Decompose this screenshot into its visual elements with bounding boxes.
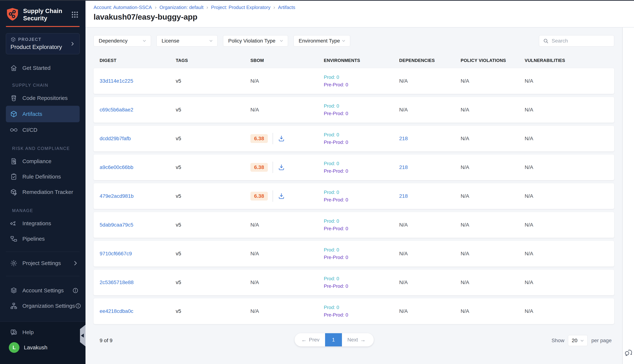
project-name: Product Exploratory xyxy=(11,44,76,50)
filter-environment-type[interactable]: Environment Type xyxy=(293,35,350,46)
environments-cell: Prod: 0 Pre-Prod: 0 xyxy=(324,103,399,116)
environments-cell: Prod: 0 Pre-Prod: 0 xyxy=(324,190,399,203)
search-input[interactable] xyxy=(552,38,611,44)
digest-link[interactable]: 33d114e1c225 xyxy=(100,78,133,84)
page-size-select[interactable]: 20 xyxy=(568,335,587,346)
environments-cell: Prod: 0 Pre-Prod: 0 xyxy=(324,161,399,174)
divider xyxy=(273,162,273,173)
prod-count: Prod: 0 xyxy=(324,103,399,109)
breadcrumb-link-artifacts[interactable]: Artifacts xyxy=(278,4,295,10)
preprod-count: Pre-Prod: 0 xyxy=(324,168,399,174)
filter-policy-violation-type[interactable]: Policy Violation Type xyxy=(223,35,288,46)
layers-gear-icon xyxy=(10,287,18,294)
sidebar-item-help[interactable]: Help xyxy=(0,326,86,339)
pagination-prev-button[interactable]: ←Prev xyxy=(295,333,325,346)
policy-violations-value: N/A xyxy=(461,251,525,256)
digest-link[interactable]: 479e2acd981b xyxy=(100,193,134,199)
project-label: PROJECT xyxy=(18,37,42,42)
dependencies-link[interactable]: 218 xyxy=(399,136,408,141)
sidebar-item-project-settings[interactable]: Project Settings xyxy=(0,256,86,271)
pagination-row: 9 of 9 ←Prev 1 Next→ Show 20 per page xyxy=(94,333,614,348)
column-header-dependencies: DEPENDENCIES xyxy=(399,58,461,63)
digest-link[interactable]: 5dab9caa79c5 xyxy=(100,222,133,228)
dependencies-link[interactable]: 218 xyxy=(399,164,408,170)
sidebar-item-compliance[interactable]: Compliance xyxy=(0,154,86,169)
app-switcher-grid-icon[interactable] xyxy=(71,11,79,19)
artifacts-table: DIGESTTAGSSBOMENVIRONMENTSDEPENDENCIESPO… xyxy=(94,58,614,324)
download-sbom-button[interactable] xyxy=(278,164,285,171)
chevron-down-icon xyxy=(279,38,284,43)
page-size-control: Show 20 per page xyxy=(551,335,612,346)
search-box[interactable] xyxy=(539,35,614,46)
table-row: 2c5365718e88 v5 N/A Prod: 0 Pre-Prod: 0 … xyxy=(94,270,614,295)
main-area: Account: Automation-SSCA›Organization: d… xyxy=(86,0,634,364)
help-chat-icon xyxy=(10,328,18,336)
breadcrumb-link-project-product-exploratory[interactable]: Project: Product Exploratory xyxy=(211,4,270,10)
sidebar-item-integrations[interactable]: Integrations xyxy=(0,216,86,231)
policy-violations-value: N/A xyxy=(461,280,525,285)
tag-value: v5 xyxy=(176,136,250,142)
digest-link[interactable]: dcdd29b7fafb xyxy=(100,136,131,141)
pagination-page-1-button[interactable]: 1 xyxy=(325,333,342,346)
chevron-right-icon xyxy=(72,260,79,266)
sidebar-item-rule-definitions[interactable]: Rule Definitions xyxy=(0,169,86,184)
prod-count: Prod: 0 xyxy=(324,218,399,224)
project-cube-icon xyxy=(11,37,16,42)
column-header-vulnerabilities: VULNERABILITIES xyxy=(525,58,614,63)
tag-value: v5 xyxy=(176,222,250,228)
pagination-next-button[interactable]: Next→ xyxy=(342,333,374,346)
chevron-down-icon xyxy=(341,38,346,43)
column-header-policy-violations: POLICY VIOLATIONS xyxy=(461,58,525,63)
project-selector[interactable]: PROJECT Product Exploratory xyxy=(6,33,80,54)
digest-link[interactable]: 9710cf6667c9 xyxy=(100,251,132,256)
filter-license[interactable]: License xyxy=(156,35,218,46)
environments-cell: Prod: 0 Pre-Prod: 0 xyxy=(324,276,399,289)
repo-icon xyxy=(10,94,18,102)
sidebar-item-account-settings[interactable]: Account Settings xyxy=(0,283,86,298)
digest-link[interactable]: 2c5365718e88 xyxy=(100,280,134,285)
divider xyxy=(6,276,80,276)
sbom-score-badge: 6.38 xyxy=(250,134,268,143)
dependencies-link[interactable]: 218 xyxy=(399,193,408,199)
policy-violations-value: N/A xyxy=(461,193,525,199)
download-sbom-button[interactable] xyxy=(278,192,285,200)
breadcrumb-link-organization-default[interactable]: Organization: default xyxy=(159,4,203,10)
sidebar-item-artifacts[interactable]: Artifacts xyxy=(6,106,80,122)
download-sbom-button[interactable] xyxy=(278,135,285,142)
digest-link[interactable]: ee4218cdba0c xyxy=(100,308,133,314)
policy-violations-value: N/A xyxy=(461,222,525,228)
sidebar-item-get-started[interactable]: Get Started xyxy=(0,62,86,74)
digest-link[interactable]: c69c5b6a8ae2 xyxy=(100,107,133,112)
sbom-na: N/A xyxy=(250,78,259,84)
sidebar-footer: Help L Lavakush xyxy=(0,322,86,364)
dependencies-na: N/A xyxy=(399,280,408,285)
page-title: lavakush07/easy-buggy-app xyxy=(94,12,634,22)
digest-link[interactable]: a9c6e00c66bb xyxy=(100,164,133,170)
policy-violations-value: N/A xyxy=(461,164,525,170)
vulnerabilities-value: N/A xyxy=(525,308,614,314)
tag-value: v5 xyxy=(176,251,250,256)
column-header-digest: DIGEST xyxy=(100,58,176,63)
tag-value: v5 xyxy=(176,308,250,314)
environments-cell: Prod: 0 Pre-Prod: 0 xyxy=(324,218,399,232)
sidebar-item-remediation-tracker[interactable]: Remediation Tracker xyxy=(0,184,86,200)
sidebar-item-pipelines[interactable]: Pipelines xyxy=(0,231,86,246)
sidebar-item-ci-cd[interactable]: CI/CD xyxy=(0,122,86,138)
sidebar-item-organization-settings[interactable]: Organization Settings xyxy=(0,298,86,314)
breadcrumb-separator: › xyxy=(273,4,275,10)
user-menu[interactable]: L Lavakush xyxy=(0,342,86,353)
chevron-down-icon xyxy=(142,38,147,43)
prod-count: Prod: 0 xyxy=(324,304,399,310)
breadcrumb-link-account-automation-ssca[interactable]: Account: Automation-SSCA xyxy=(94,4,152,10)
column-header-tags: TAGS xyxy=(176,58,250,63)
sbom-na: N/A xyxy=(250,107,259,112)
feedback-chat-icon[interactable] xyxy=(624,348,633,357)
cube-edit-icon xyxy=(10,188,18,196)
table-row: a9c6e00c66bb v5 6.38 Prod: 0 Pre-Prod: 0… xyxy=(94,154,614,180)
filter-dependency[interactable]: Dependency xyxy=(94,35,151,46)
dependencies-na: N/A xyxy=(399,251,408,256)
sidebar-item-code-repositories[interactable]: Code Repositories xyxy=(0,90,86,106)
policy-violations-value: N/A xyxy=(461,308,525,314)
pagination-summary: 9 of 9 xyxy=(100,338,112,344)
table-row: 479e2acd981b v5 6.38 Prod: 0 Pre-Prod: 0… xyxy=(94,183,614,209)
